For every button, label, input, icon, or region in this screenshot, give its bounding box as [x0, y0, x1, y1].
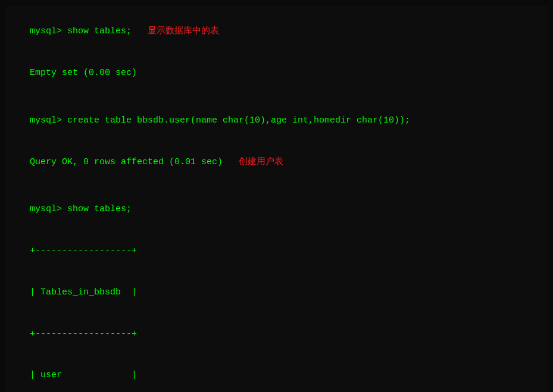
- line-show-tables-1: mysql> show tables; 显示数据库中的表: [8, 11, 545, 52]
- terminal-window: mysql> show tables; 显示数据库中的表 Empty set (…: [5, 6, 548, 392]
- cmd-show-tables-2: mysql> show tables;: [30, 204, 132, 214]
- border-line: +------------------+: [30, 246, 137, 256]
- spacer-1: [8, 94, 545, 100]
- table-header: | Tables_in_bbsdb |: [8, 272, 545, 313]
- result-query-ok: Query OK, 0 rows affected (0.01 sec): [30, 157, 223, 167]
- header-tables-in-bbsdb: | Tables_in_bbsdb |: [30, 287, 137, 297]
- line-empty-set: Empty set (0.00 sec): [8, 52, 545, 94]
- table-header-border: +------------------+: [8, 313, 545, 355]
- line-create-table: mysql> create table bbsdb.user(name char…: [8, 100, 545, 142]
- line-query-ok: Query OK, 0 rows affected (0.01 sec) 创建用…: [8, 141, 545, 183]
- comment-show-tables: 显示数据库中的表: [132, 26, 219, 36]
- table-row-user: | user |: [8, 355, 545, 392]
- table-border-top: +------------------+: [8, 230, 545, 272]
- comment-create-table: 创建用户表: [223, 157, 283, 167]
- cell-user: | user |: [30, 370, 137, 380]
- cmd-show-tables: mysql> show tables;: [30, 26, 132, 36]
- line-show-tables-2: mysql> show tables;: [8, 189, 545, 230]
- spacer-2: [8, 183, 545, 189]
- cmd-create-table: mysql> create table bbsdb.user(name char…: [30, 115, 410, 126]
- result-empty-set: Empty set (0.00 sec): [30, 68, 137, 78]
- border-line-2: +------------------+: [30, 329, 137, 339]
